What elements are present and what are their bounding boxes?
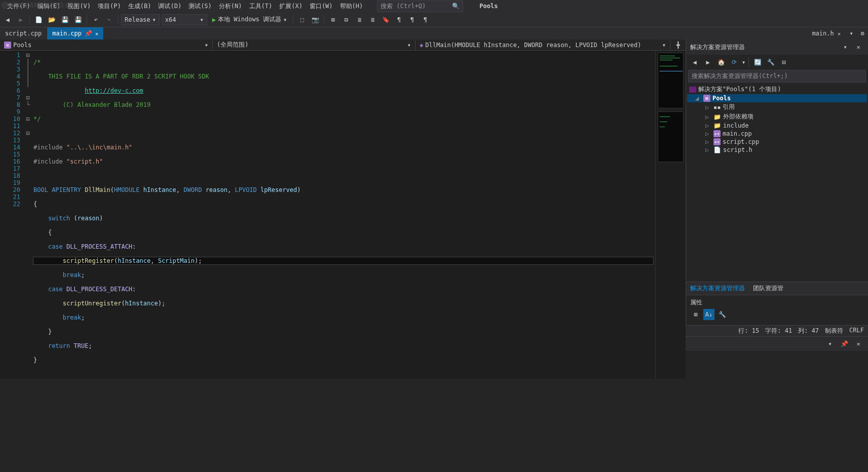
menu-tools[interactable]: 工具(T) [246,1,276,12]
props-sort-icon[interactable]: A↓ [703,309,714,320]
tree-script-cpp[interactable]: ▷++script.cpp [687,138,867,146]
tab-team-explorer[interactable]: 团队资源管 [749,282,787,295]
minimap[interactable] [655,51,686,379]
tree-include[interactable]: ▷📁include [687,122,867,130]
show-all-icon[interactable]: 🔄 [752,57,763,68]
search-input[interactable]: 搜索 (Ctrl+Q) 🔍 [377,1,463,12]
tb-icon-2[interactable]: 📷 [310,14,321,25]
tb-icon-7[interactable]: ¶ [393,14,404,25]
tb-icon-4[interactable]: ⊟ [341,14,352,25]
menu-project[interactable]: 项目(P) [95,1,124,12]
menu-analyze[interactable]: 分析(N) [216,1,245,12]
redo-button[interactable]: ↷ [103,14,115,25]
tab-solution-explorer[interactable]: 解决方案资源管理器 [686,282,749,295]
tab-settings-icon[interactable]: ⚙ [857,28,868,39]
project-icon: ⊞ [703,95,710,102]
watermark-text: @WWW.MODMOD.CN [1,1,76,9]
back-icon[interactable]: ◀ [689,57,700,68]
explorer-toolbar: ◀ ▶ 🏠 ⟳ ▾ 🔄 🔧 ⊟ [686,55,868,70]
solution-node[interactable]: 解决方案"Pools"(1 个项目) [687,85,867,94]
tree-main-cpp[interactable]: ▷++main.cpp [687,130,867,138]
nav-add-button[interactable]: ╋ [670,42,686,49]
menu-help[interactable]: 帮助(H) [337,1,366,12]
status-col[interactable]: 列: 47 [798,327,819,335]
solution-tree: 解决方案"Pools"(1 个项目) ◢⊞Pools ▷▪▪引用 ▷📁外部依赖项… [686,83,868,282]
tree-script-h[interactable]: ▷📄script.h [687,146,867,154]
play-icon: ▶ [212,16,216,23]
current-line[interactable]: scriptRegister(hInstance, ScriptMain); [33,257,653,264]
tb-icon-3[interactable]: ⊞ [327,14,338,25]
search-placeholder: 搜索 (Ctrl+Q) [381,2,426,11]
status-char[interactable]: 字符: 41 [765,327,792,335]
tab-script-cpp[interactable]: script.cpp [0,27,47,40]
run-debugger-button[interactable]: ▶本地 Windows 调试器▾ [209,14,290,25]
config-dropdown[interactable]: Release▾ [121,14,160,25]
status-line[interactable]: 行: 15 [738,327,759,335]
fwd-icon[interactable]: ▶ [702,57,713,68]
panel-pin-icon[interactable]: 📌 [839,338,850,349]
nav-back-button[interactable]: ◀ [2,14,13,25]
home-icon[interactable]: 🏠 [715,57,727,68]
undo-button[interactable]: ↶ [90,14,101,25]
close-icon[interactable]: ✕ [838,31,841,36]
menu-debug[interactable]: 调试(D) [155,1,184,12]
tb-icon-1[interactable]: ⬚ [296,14,308,25]
solution-name-label: Pools [479,3,498,10]
side-panel-tabs: 解决方案资源管理器 团队资源管 [686,282,868,295]
nav-project-dropdown[interactable]: ⊞Pools▾ [0,41,213,50]
code-content[interactable]: /* THIS FILE IS A PART OF RDR 2 SCRIPT H… [31,51,655,379]
tb-icon-8[interactable]: ¶ [406,14,418,25]
nav-fwd-button[interactable]: ▶ [15,14,26,25]
tab-main-cpp[interactable]: main.cpp📌✕ [47,27,104,40]
expand-icon[interactable]: ◢ [695,95,701,102]
fold-gutter[interactable]: ⊟││││⊟└⊟⊟ [24,51,31,379]
tab-dropdown-icon[interactable]: ▾ [846,28,857,39]
props-pages-icon[interactable]: 🔧 [716,309,728,320]
menu-test[interactable]: 测试(S) [185,1,215,12]
tab-bar: script.cpp main.cpp📌✕ main.h ✕ ▾ ⚙ [0,27,868,40]
save-button[interactable]: 💾 [59,14,70,25]
menu-extensions[interactable]: 扩展(X) [276,1,306,12]
tb-icon-6[interactable]: ≣ [367,14,378,25]
tree-external-deps[interactable]: ▷📁外部依赖项 [687,112,867,122]
open-button[interactable]: 📂 [46,14,57,25]
close-tab-icon[interactable]: ✕ [95,31,98,36]
pin-icon[interactable]: 📌 [85,30,92,37]
code-editor[interactable]: 12345678910111213141516171819202122 ⊟│││… [0,51,686,379]
project-node[interactable]: ◢⊞Pools [687,94,867,102]
properties-panel: 属性 ⊞ A↓ 🔧 [686,295,868,325]
nav-symbol-dropdown[interactable]: ◈DllMain(HMODULE hInstance, DWORD reason… [416,41,670,50]
refs-icon: ▪▪ [713,104,721,111]
cpp-file-icon: ++ [713,138,721,145]
save-all-button[interactable]: 💾 [72,14,84,25]
platform-dropdown[interactable]: x64▾ [162,14,207,25]
toolbar: ◀ ▶ 📄 📂 💾 💾 ↶ ↷ Release▾ x64▾ ▶本地 Window… [0,12,868,27]
properties-title: 属性 [690,298,864,307]
tb-icon-5[interactable]: ≣ [354,14,365,25]
search-icon: 🔍 [452,3,460,10]
props-cat-icon[interactable]: ⊞ [690,309,701,320]
panel-close-icon[interactable]: ✕ [853,338,864,349]
menu-build[interactable]: 生成(B) [125,1,155,12]
close-panel-icon[interactable]: ✕ [853,42,864,53]
tb-bookmark[interactable]: 🔖 [380,14,391,25]
tree-references[interactable]: ▷▪▪引用 [687,102,867,112]
panel-dropdown-icon[interactable]: ▾ [824,338,836,349]
new-button[interactable]: 📄 [33,14,44,25]
solution-icon [689,87,696,93]
solution-explorer: 解决方案资源管理器 ▾ ✕ ◀ ▶ 🏠 ⟳ ▾ 🔄 🔧 ⊟ 搜索解决方案资源管理… [686,40,868,325]
cpp-icon: ⊞ [4,42,11,49]
menu-bar: 文件(F) 编辑(E) 视图(V) 项目(P) 生成(B) 调试(D) 测试(S… [0,0,868,12]
status-eol[interactable]: CRLF [849,327,864,335]
menu-window[interactable]: 窗口(W) [307,1,336,12]
tb-icon-9[interactable]: ¶ [420,14,431,25]
status-tabs[interactable]: 制表符 [825,327,843,335]
nav-scope-dropdown[interactable]: (全局范围)▾ [213,40,416,50]
collapse-icon[interactable]: ⊟ [778,57,789,68]
properties-icon[interactable]: 🔧 [765,57,776,68]
explorer-search[interactable]: 搜索解决方案资源管理器(Ctrl+;) [688,70,866,83]
sync-icon[interactable]: ⟳ [729,57,740,68]
solution-explorer-header: 解决方案资源管理器 ▾ ✕ [686,40,868,55]
pin-panel-icon[interactable]: ▾ [840,42,851,53]
tab-main-h[interactable]: main.h ✕ [807,28,846,38]
